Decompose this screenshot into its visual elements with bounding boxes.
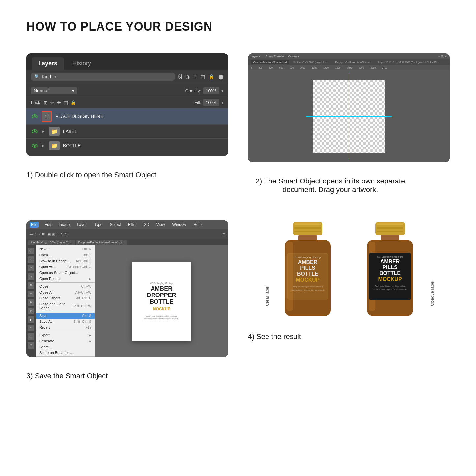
menu-behance-label: Share on Behance... bbox=[39, 351, 72, 355]
step-2-caption: 2) The Smart Object opens in its own sep… bbox=[248, 177, 413, 194]
menu-close-all[interactable]: Close All Alt+Ctrl+W bbox=[36, 289, 95, 295]
menu-edit[interactable]: Edit bbox=[43, 222, 53, 228]
blend-mode-selector[interactable]: Normal ▾ bbox=[31, 87, 77, 94]
clear-label-text: Clear label bbox=[265, 286, 270, 306]
bottle-clear-svg: 01 Packaging Mockup AMBER PILLS BOTTLE M… bbox=[271, 220, 344, 326]
menu-close-others[interactable]: Close Others Alt+Ctrl+P bbox=[36, 295, 95, 301]
menu-image[interactable]: Image bbox=[57, 222, 71, 228]
menu-revert[interactable]: Revert F12 bbox=[36, 324, 95, 330]
search-icon: 🔍 bbox=[34, 74, 40, 79]
layers-panel-screenshot: Layers History 🔍 Kind ▾ 🖼 ◑ T ⬚ 🔒 ⬤ bbox=[26, 53, 228, 156]
tool-text[interactable]: T bbox=[28, 333, 34, 340]
menu-file[interactable]: File bbox=[30, 222, 39, 228]
menu-open-shortcut: Ctrl+O bbox=[82, 253, 91, 257]
so-topbar: Layer ▾ Show Transform Controls ≡ ⊞ ✕ bbox=[248, 53, 450, 59]
menu-share[interactable]: Share... bbox=[36, 344, 95, 350]
lock-icon-padlock[interactable]: 🔒 bbox=[70, 100, 76, 105]
menu-help[interactable]: Help bbox=[192, 222, 203, 228]
menu-close[interactable]: Close Ctrl+W bbox=[36, 283, 95, 289]
lock-icon-brush[interactable]: ✏ bbox=[50, 100, 54, 105]
tab-layers[interactable]: Layers bbox=[32, 57, 64, 70]
layer-place-design[interactable]: ⬚ PLACE DESIGN HERE bbox=[26, 108, 228, 125]
menu-bridge-label: Browse in Bridge... bbox=[39, 259, 70, 263]
layer-2-name: LABEL bbox=[63, 129, 77, 134]
layer-icon-adjust[interactable]: ◑ bbox=[186, 74, 190, 79]
menu-opensmart-label: Open as Smart Object... bbox=[39, 271, 78, 275]
menu-saveas-label: Save As... bbox=[39, 320, 56, 323]
ruler-mark-600: 600 bbox=[279, 67, 283, 69]
menu-close-shortcut: Ctrl+W bbox=[81, 285, 91, 288]
tab-history[interactable]: History bbox=[66, 57, 98, 70]
menu-new[interactable]: New... Ctrl+N bbox=[36, 246, 95, 252]
tool-lasso[interactable]: ◌ bbox=[28, 265, 34, 271]
tool-crop[interactable]: ⌗ bbox=[28, 273, 34, 280]
layer-bottle[interactable]: ▶ 📁 BOTTLE bbox=[26, 139, 228, 153]
tool-stamp[interactable]: ⊕ bbox=[28, 299, 34, 306]
tool-pen[interactable]: ✒ bbox=[28, 325, 34, 331]
tool-gradient[interactable]: ◧ bbox=[28, 316, 34, 323]
layer-icon-lock[interactable]: 🔒 bbox=[209, 74, 214, 79]
menu-layer[interactable]: Layer bbox=[75, 222, 88, 228]
eye-2 bbox=[32, 129, 38, 133]
svg-rect-7 bbox=[298, 235, 317, 241]
step-3-caption: 3) Save the Smart Object bbox=[26, 372, 108, 380]
lock-icon-artboard[interactable]: ⬚ bbox=[64, 100, 68, 105]
layers-options-row: Normal ▾ Opacity: 100% ▾ bbox=[26, 84, 228, 97]
menu-recent-label: Open Recent bbox=[39, 277, 61, 281]
svg-rect-19 bbox=[377, 223, 403, 225]
menu-share-behance[interactable]: Share on Behance... bbox=[36, 350, 95, 356]
eye-3 bbox=[32, 144, 38, 148]
menu-generate[interactable]: Generate ▶ bbox=[36, 338, 95, 344]
menu-select[interactable]: Select bbox=[108, 222, 122, 228]
menu-filter[interactable]: Filter bbox=[127, 222, 138, 228]
menu-open[interactable]: Open... Ctrl+O bbox=[36, 252, 95, 258]
smart-obj-canvas bbox=[248, 70, 450, 162]
menu-open-as[interactable]: Open As... Alt+Shift+Ctrl+O bbox=[36, 264, 95, 270]
layer-icon-trash[interactable]: ⬤ bbox=[218, 74, 224, 79]
lock-icon-move[interactable]: ✚ bbox=[57, 100, 61, 105]
search-box[interactable]: 🔍 Kind ▾ bbox=[31, 73, 175, 81]
ruler-mark-800: 800 bbox=[290, 67, 294, 69]
menu-browse-bridge[interactable]: Browse in Bridge... Alt+Ctrl+O bbox=[36, 258, 95, 264]
tool-eraser[interactable]: ◻ bbox=[28, 308, 34, 314]
menu-view[interactable]: View bbox=[155, 222, 166, 228]
tool-select[interactable]: ⬚ bbox=[28, 256, 34, 263]
menu-3d[interactable]: 3D bbox=[143, 222, 150, 228]
ps-options-bar: — ↕ ↔ ✱ ▣ ▣ □ ⊕ ⊖ ≡ bbox=[26, 229, 228, 239]
menu-close-bridge[interactable]: Close and Go to Bridge... Shift+Ctrl+W bbox=[36, 301, 95, 311]
tool-eye[interactable]: 👁 bbox=[28, 282, 34, 289]
eye-icon-3[interactable] bbox=[31, 142, 38, 149]
layer-label[interactable]: ▶ 📁 LABEL bbox=[26, 125, 228, 139]
svg-text:MOCKUP: MOCKUP bbox=[296, 277, 319, 283]
menu-open-recent[interactable]: Open Recent ▶ bbox=[36, 276, 95, 282]
ps-tab-1[interactable]: Untitled-1 @ 100% (Layer 2 c... bbox=[28, 240, 75, 245]
menu-export[interactable]: Export ▶ bbox=[36, 332, 95, 338]
ruler-mark-400: 400 bbox=[269, 67, 273, 69]
menu-open-smart[interactable]: Open as Smart Object... bbox=[36, 270, 95, 276]
layers-tabs: Layers History bbox=[26, 53, 228, 70]
eye-icon-1[interactable] bbox=[31, 113, 38, 120]
tool-brush[interactable]: ✏ bbox=[28, 291, 34, 297]
layer-icon-shape[interactable]: ⬚ bbox=[201, 74, 205, 79]
menu-save[interactable]: Save Ctrl+S bbox=[36, 313, 95, 319]
ps-tab-2[interactable]: Dropper-Bottle-Amber-Glass-1.psd bbox=[76, 240, 127, 245]
so-tabs-row: Custom-Mockup-Square.psd Untitled-1 @ 50… bbox=[248, 59, 450, 65]
tool-shape[interactable]: □ bbox=[28, 342, 34, 349]
menu-save-as[interactable]: Save As... Shift+Ctrl+S bbox=[36, 319, 95, 324]
layer-icon-image[interactable]: 🖼 bbox=[177, 74, 182, 79]
eye-icon-2[interactable] bbox=[31, 128, 38, 135]
ruler-mark-1800: 1800 bbox=[347, 67, 352, 69]
ps-toolbox: ✈ ⬚ ◌ ⌗ 👁 ✏ ⊕ ◻ ◧ ✒ T □ bbox=[26, 245, 36, 357]
layer-icon-text[interactable]: T bbox=[194, 74, 197, 79]
ruler-mark-0: 0 bbox=[251, 67, 252, 69]
fill-box: Fill: 100% ▾ bbox=[194, 99, 223, 106]
menu-closeothers-label: Close Others bbox=[39, 296, 60, 300]
page-title: HOW TO PLACE YOUR DESIGN bbox=[26, 20, 450, 34]
lock-icon-grid[interactable]: ⊞ bbox=[44, 100, 48, 105]
svg-rect-22 bbox=[377, 228, 403, 229]
tool-move[interactable]: ✈ bbox=[28, 248, 34, 254]
opacity-value[interactable]: 100% bbox=[203, 87, 219, 94]
menu-window[interactable]: Window bbox=[171, 222, 188, 228]
menu-type[interactable]: Type bbox=[93, 222, 104, 228]
fill-value[interactable]: 100% bbox=[203, 99, 219, 106]
